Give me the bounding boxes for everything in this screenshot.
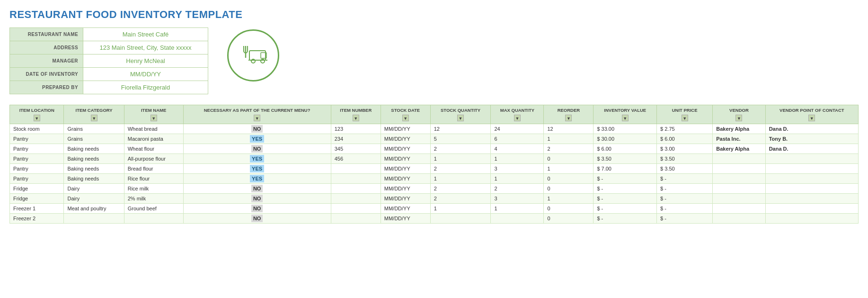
- table-cell[interactable]: $ -: [593, 184, 657, 194]
- table-cell[interactable]: Grains: [64, 124, 124, 134]
- table-cell[interactable]: [713, 184, 765, 194]
- table-cell[interactable]: 0: [544, 154, 593, 164]
- table-cell[interactable]: 1: [491, 204, 544, 214]
- table-cell[interactable]: Pantry: [10, 134, 64, 144]
- table-cell[interactable]: NO: [183, 124, 331, 134]
- table-cell[interactable]: 345: [331, 144, 381, 154]
- table-cell[interactable]: [765, 194, 858, 204]
- table-cell[interactable]: Grains: [64, 134, 124, 144]
- table-cell[interactable]: Bakery Alpha: [713, 124, 765, 134]
- table-cell[interactable]: Macaroni pasta: [124, 134, 183, 144]
- table-cell[interactable]: 1: [544, 164, 593, 174]
- table-cell[interactable]: YES: [183, 154, 331, 164]
- table-cell[interactable]: $ 6.00: [657, 134, 713, 144]
- table-cell[interactable]: NO: [183, 194, 331, 204]
- table-cell[interactable]: 2: [430, 194, 491, 204]
- table-cell[interactable]: 12: [430, 124, 491, 134]
- table-cell[interactable]: [491, 214, 544, 224]
- table-cell[interactable]: [713, 164, 765, 174]
- table-cell[interactable]: [765, 164, 858, 174]
- filter-button-11[interactable]: ▼: [735, 115, 742, 121]
- table-cell[interactable]: $ -: [593, 214, 657, 224]
- table-cell[interactable]: 2: [430, 144, 491, 154]
- filter-button-1[interactable]: ▼: [91, 115, 97, 121]
- table-cell[interactable]: $ 3.50: [657, 164, 713, 174]
- table-cell[interactable]: $ 33.00: [593, 124, 657, 134]
- table-cell[interactable]: Pasta Inc.: [713, 134, 765, 144]
- table-cell[interactable]: NO: [183, 184, 331, 194]
- table-cell[interactable]: Tony B.: [765, 134, 858, 144]
- table-cell[interactable]: $ 6.00: [593, 144, 657, 154]
- table-cell[interactable]: $ -: [657, 174, 713, 184]
- table-cell[interactable]: 2: [491, 184, 544, 194]
- table-cell[interactable]: 2% milk: [124, 194, 183, 204]
- table-cell[interactable]: Meat and poultry: [64, 204, 124, 214]
- filter-button-7[interactable]: ▼: [514, 115, 521, 121]
- table-cell[interactable]: MM/DD/YY: [381, 174, 430, 184]
- table-cell[interactable]: Wheat bread: [124, 124, 183, 134]
- table-cell[interactable]: 0: [544, 184, 593, 194]
- table-cell[interactable]: YES: [183, 134, 331, 144]
- table-cell[interactable]: Stock room: [10, 124, 64, 134]
- table-cell[interactable]: MM/DD/YY: [381, 184, 430, 194]
- table-cell[interactable]: Pantry: [10, 174, 64, 184]
- table-cell[interactable]: $ -: [657, 184, 713, 194]
- table-cell[interactable]: Dairy: [64, 184, 124, 194]
- table-cell[interactable]: MM/DD/YY: [381, 134, 430, 144]
- table-cell[interactable]: $ 3.50: [657, 154, 713, 164]
- table-cell[interactable]: MM/DD/YY: [381, 124, 430, 134]
- table-cell[interactable]: Freezer 1: [10, 204, 64, 214]
- filter-button-6[interactable]: ▼: [457, 115, 464, 121]
- table-cell[interactable]: NO: [183, 144, 331, 154]
- info-value[interactable]: MM/DD/YY: [83, 68, 208, 81]
- table-cell[interactable]: Rice flour: [124, 174, 183, 184]
- table-cell[interactable]: 12: [544, 124, 593, 134]
- table-cell[interactable]: [713, 194, 765, 204]
- filter-button-4[interactable]: ▼: [353, 115, 359, 121]
- table-cell[interactable]: Dairy: [64, 194, 124, 204]
- filter-button-3[interactable]: ▼: [254, 115, 260, 121]
- table-cell[interactable]: [713, 204, 765, 214]
- table-cell[interactable]: 1: [544, 194, 593, 204]
- table-cell[interactable]: [430, 214, 491, 224]
- table-cell[interactable]: 123: [331, 124, 381, 134]
- table-cell[interactable]: 2: [430, 164, 491, 174]
- table-cell[interactable]: 3: [491, 194, 544, 204]
- filter-button-12[interactable]: ▼: [808, 115, 815, 121]
- table-cell[interactable]: [765, 174, 858, 184]
- table-cell[interactable]: [331, 194, 381, 204]
- table-cell[interactable]: 1: [544, 134, 593, 144]
- table-cell[interactable]: [765, 214, 858, 224]
- table-cell[interactable]: Rice milk: [124, 184, 183, 194]
- table-cell[interactable]: MM/DD/YY: [381, 144, 430, 154]
- table-cell[interactable]: [64, 214, 124, 224]
- table-cell[interactable]: 6: [491, 134, 544, 144]
- table-cell[interactable]: [713, 214, 765, 224]
- table-cell[interactable]: $ -: [593, 194, 657, 204]
- table-cell[interactable]: MM/DD/YY: [381, 214, 430, 224]
- info-value[interactable]: Fiorella Fitzgerald: [83, 81, 208, 94]
- table-cell[interactable]: 24: [491, 124, 544, 134]
- table-cell[interactable]: Baking needs: [64, 164, 124, 174]
- table-cell[interactable]: $ -: [657, 214, 713, 224]
- filter-button-10[interactable]: ▼: [682, 115, 688, 121]
- table-cell[interactable]: [331, 214, 381, 224]
- table-cell[interactable]: All-purpose flour: [124, 154, 183, 164]
- table-cell[interactable]: [331, 184, 381, 194]
- table-cell[interactable]: 4: [491, 144, 544, 154]
- table-cell[interactable]: 0: [544, 174, 593, 184]
- table-cell[interactable]: NO: [183, 214, 331, 224]
- filter-button-9[interactable]: ▼: [622, 115, 629, 121]
- filter-button-2[interactable]: ▼: [151, 115, 157, 121]
- table-cell[interactable]: 1: [430, 154, 491, 164]
- table-cell[interactable]: $ 7.00: [593, 164, 657, 174]
- table-cell[interactable]: 0: [544, 214, 593, 224]
- table-cell[interactable]: $ -: [657, 204, 713, 214]
- filter-button-0[interactable]: ▼: [34, 115, 40, 121]
- table-cell[interactable]: YES: [183, 174, 331, 184]
- table-cell[interactable]: Ground beef: [124, 204, 183, 214]
- table-cell[interactable]: [331, 204, 381, 214]
- table-cell[interactable]: 456: [331, 154, 381, 164]
- table-cell[interactable]: $ -: [657, 194, 713, 204]
- info-value[interactable]: Main Street Café: [83, 28, 208, 41]
